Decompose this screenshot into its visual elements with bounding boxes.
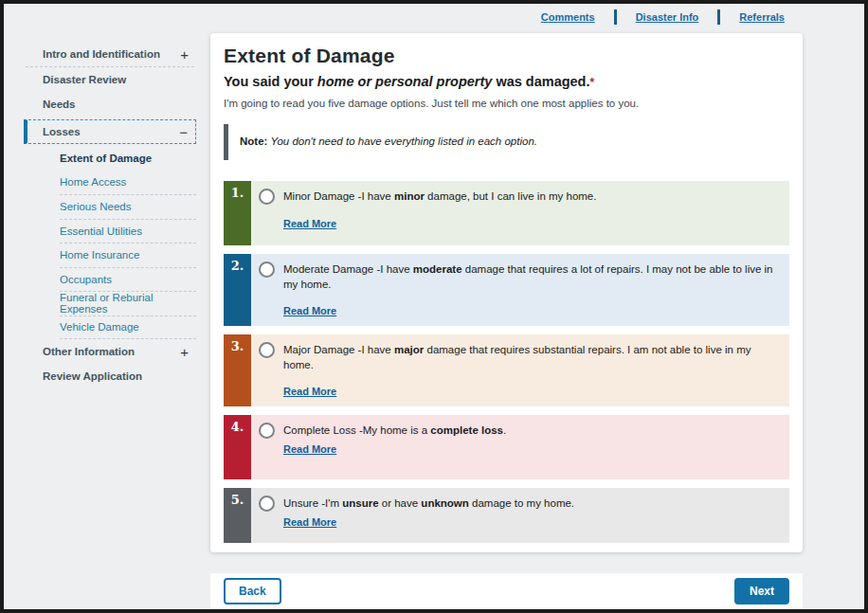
option-number-badge: 2.: [224, 254, 251, 326]
radio-moderate-damage[interactable]: [259, 261, 275, 278]
damage-options-list: 1. Minor Damage -I have minor damage, bu…: [224, 181, 789, 543]
sidebar-item-serious-needs[interactable]: Serious Needs: [60, 194, 196, 219]
sidebar-item-essential-utilities[interactable]: Essential Utilities: [60, 219, 196, 243]
question-text: You said your home or personal property …: [224, 74, 789, 89]
radio-major-damage[interactable]: [259, 342, 275, 358]
app-window: Comments Disaster Info Referrals Intro a…: [0, 0, 868, 613]
option-label: Minor Damage -I have minor damage, but I…: [283, 189, 596, 205]
option-row-moderate-damage: 2. Moderate Damage -I have moderate dama…: [224, 254, 789, 326]
sidebar-item-other-information[interactable]: Other Information +: [24, 339, 196, 364]
radio-minor-damage[interactable]: [259, 189, 275, 205]
question-prefix: You said your: [224, 74, 317, 89]
sidebar-item-label: Intro and Identification: [43, 48, 160, 60]
sidebar-item-occupants[interactable]: Occupants: [60, 267, 196, 292]
read-more-link[interactable]: Read More: [283, 305, 336, 316]
note-text: You don't need to have everything listed…: [267, 135, 537, 147]
option-label: Major Damage -I have major damage that r…: [283, 343, 778, 372]
footer-action-bar: Back Next: [210, 573, 803, 609]
next-button[interactable]: Next: [734, 578, 789, 604]
sidebar-item-home-insurance[interactable]: Home Insurance: [60, 243, 196, 267]
sidebar-item-label: Needs: [43, 99, 76, 110]
option-row-major-damage: 3. Major Damage -I have major damage tha…: [224, 334, 789, 406]
instruction-text: I'm going to read you five damage option…: [224, 98, 789, 109]
minus-icon[interactable]: −: [179, 124, 188, 140]
page-title: Extent of Damage: [224, 45, 789, 67]
note-callout: Note: You don't need to have everything …: [224, 124, 789, 160]
plus-icon[interactable]: +: [180, 46, 189, 63]
option-label: Complete Loss -My home is a complete los…: [283, 424, 506, 439]
read-more-link[interactable]: Read More: [283, 516, 336, 528]
nav-divider: [717, 9, 720, 25]
sidebar-item-extent-of-damage[interactable]: Extent of Damage: [60, 146, 196, 171]
option-label: Moderate Damage -I have moderate damage …: [283, 262, 778, 292]
read-more-link[interactable]: Read More: [283, 218, 336, 229]
option-row-unsure: 5. Unsure -I'm unsure or have unknown da…: [224, 488, 789, 543]
sidebar-item-needs[interactable]: Needs: [24, 92, 196, 117]
question-suffix: was damaged.: [492, 74, 589, 89]
required-asterisk: *: [590, 76, 595, 89]
sidebar-item-intro-and-identification[interactable]: Intro and Identification +: [24, 42, 196, 66]
option-number-badge: 3.: [224, 334, 251, 406]
sidebar-item-vehicle-damage[interactable]: Vehicle Damage: [60, 316, 196, 340]
option-number-badge: 4.: [224, 415, 251, 479]
option-number-badge: 1.: [224, 181, 251, 245]
question-italic: home or personal property: [317, 74, 493, 89]
top-nav: Comments Disaster Info Referrals: [541, 9, 785, 25]
sidebar-item-disaster-review[interactable]: Disaster Review: [24, 67, 196, 92]
option-label: Unsure -I'm unsure or have unknown damag…: [283, 496, 574, 512]
disaster-info-link[interactable]: Disaster Info: [636, 11, 699, 23]
radio-unsure[interactable]: [259, 496, 275, 512]
sidebar-item-label: Other Information: [43, 346, 135, 357]
sidebar-item-home-access[interactable]: Home Access: [60, 171, 196, 195]
sidebar-item-funeral-or-reburial-expenses[interactable]: Funeral or Reburial Expenses: [60, 291, 196, 316]
nav-divider: [614, 9, 617, 25]
sidebar-item-label: Review Application: [43, 370, 142, 382]
read-more-link[interactable]: Read More: [283, 386, 336, 397]
main-content-card: Extent of Damage You said your home or p…: [210, 33, 803, 552]
note-label: Note:: [240, 135, 267, 147]
sidebar-section-losses: Losses −: [24, 119, 196, 144]
sidebar-item-losses[interactable]: Losses −: [27, 120, 195, 143]
option-row-complete-loss: 4. Complete Loss -My home is a complete …: [224, 415, 789, 479]
read-more-link[interactable]: Read More: [283, 443, 336, 455]
option-row-minor-damage: 1. Minor Damage -I have minor damage, bu…: [224, 181, 789, 245]
sidebar-nav: Intro and Identification + Disaster Revi…: [24, 42, 196, 388]
referrals-link[interactable]: Referrals: [739, 11, 785, 23]
option-number-badge: 5.: [224, 488, 251, 543]
sidebar-item-label: Disaster Review: [43, 74, 126, 85]
sidebar-item-label: Losses: [43, 126, 81, 137]
sidebar-item-review-application[interactable]: Review Application: [24, 364, 196, 388]
radio-complete-loss[interactable]: [259, 423, 275, 439]
back-button[interactable]: Back: [224, 578, 281, 604]
plus-icon[interactable]: +: [180, 344, 189, 360]
comments-link[interactable]: Comments: [541, 11, 595, 23]
losses-subnav: Extent of Damage Home Access Serious Nee…: [24, 146, 196, 339]
